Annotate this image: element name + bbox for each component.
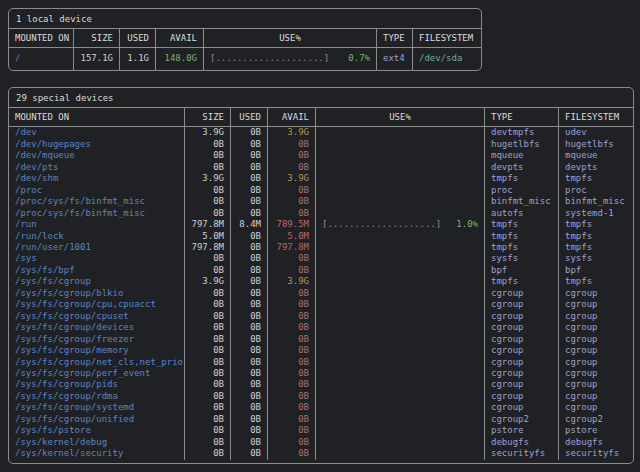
fs-row: /sys/fs/cgroup/pids0B0B0Bcgroupcgroup [9,379,633,390]
cell-used: 0B [231,357,268,368]
cell-mounted-on: /dev/shm [9,173,185,184]
fs-row: /sys/kernel/debug0B0B0Bdebugfsdebugfs [9,437,633,448]
cell-avail: 0B [268,334,316,345]
cell-size: 0B [185,334,231,345]
cell-size: 0B [185,391,231,402]
cell-avail: 3.9G [268,127,316,138]
cell-filesystem: pstore [559,425,633,436]
cell-filesystem: cgroup2 [559,414,633,425]
column-header-filesystem: FILESYSTEM [559,108,633,127]
cell-use-percent [316,265,485,276]
cell-type: debugfs [485,437,559,448]
cell-type: cgroup [485,357,559,368]
fs-row: /run/lock5.0M0B5.0Mtmpfstmpfs [9,231,633,242]
cell-mounted-on: /proc [9,185,185,196]
cell-use-percent [316,185,485,196]
cell-type: tmpfs [485,276,559,287]
cell-mounted-on: /dev/mqueue [9,150,185,161]
cell-type: cgroup [485,345,559,356]
cell-use-percent [316,253,485,264]
cell-use-percent [316,368,485,379]
cell-avail: 0B [268,288,316,299]
cell-size: 0B [185,437,231,448]
cell-use-percent [316,288,485,299]
cell-avail: 0B [268,185,316,196]
cell-filesystem: cgroup [559,334,633,345]
cell-mounted-on: /run [9,219,185,230]
local-devices-table: 1 local device MOUNTED ONSIZEUSEDAVAILUS… [8,8,482,71]
cell-filesystem: tmpfs [559,276,633,287]
cell-filesystem: bpf [559,265,633,276]
cell-use-percent [316,379,485,390]
fs-row: /sys/fs/cgroup/blkio0B0B0Bcgroupcgroup [9,288,633,299]
cell-used: 0B [231,150,268,161]
cell-type: devpts [485,162,559,173]
cell-mounted-on: /sys/kernel/security [9,448,185,459]
local-devices-header-row: MOUNTED ONSIZEUSEDAVAILUSE%TYPEFILESYSTE… [9,29,481,48]
cell-filesystem: hugetlbfs [559,139,633,150]
fs-row: /proc/sys/fs/binfmt_misc0B0B0Bbinfmt_mis… [9,196,633,207]
cell-filesystem: cgroup [559,402,633,413]
cell-use-percent: [....................]1.0% [316,219,485,230]
cell-avail: 797.8M [268,242,316,253]
cell-type: cgroup2 [485,414,559,425]
column-header-used: USED [231,108,268,127]
cell-avail: 0B [268,150,316,161]
cell-filesystem: cgroup [559,322,633,333]
cell-type: tmpfs [485,242,559,253]
fs-row: /dev/mqueue0B0B0Bmqueuemqueue [9,150,633,161]
cell-size: 157.1G [74,48,120,70]
cell-type: cgroup [485,322,559,333]
local-devices-table-title: 1 local device [9,9,481,29]
cell-type: sysfs [485,253,559,264]
usage-bar: [....................] [322,219,441,230]
cell-filesystem: proc [559,185,633,196]
special-devices-table-body: /dev3.9G0B3.9Gdevtmpfsudev/dev/hugepages… [9,127,633,462]
fs-row: /sys0B0B0Bsysfssysfs [9,253,633,264]
cell-use-percent [316,334,485,345]
cell-mounted-on: /sys/fs/cgroup/unified [9,414,185,425]
column-header-use: USE% [316,108,485,127]
cell-use-percent [316,448,485,459]
cell-avail: 0B [268,253,316,264]
cell-avail: 0B [268,299,316,310]
cell-used: 0B [231,437,268,448]
cell-type: cgroup [485,368,559,379]
cell-avail: 0B [268,425,316,436]
cell-avail: 0B [268,322,316,333]
cell-type: cgroup [485,391,559,402]
cell-used: 0B [231,322,268,333]
cell-used: 0B [231,311,268,322]
fs-row: /sys/fs/cgroup/devices0B0B0Bcgroupcgroup [9,322,633,333]
cell-mounted-on: /sys/fs/cgroup/devices [9,322,185,333]
cell-used: 0B [231,368,268,379]
cell-type: hugetlbfs [485,139,559,150]
terminal-output: 1 local device MOUNTED ONSIZEUSEDAVAILUS… [0,0,640,472]
cell-avail: 148.0G [156,48,204,70]
fs-row: /sys/fs/cgroup/rdma0B0B0Bcgroupcgroup [9,391,633,402]
cell-size: 0B [185,402,231,413]
fs-row: /sys/fs/cgroup/cpu,cpuacct0B0B0Bcgroupcg… [9,299,633,310]
cell-used: 1.1G [120,48,156,70]
cell-used: 0B [231,127,268,138]
cell-type: cgroup [485,379,559,390]
cell-type: binfmt_misc [485,196,559,207]
cell-mounted-on: /dev/pts [9,162,185,173]
cell-type: cgroup [485,334,559,345]
cell-size: 3.9G [185,173,231,184]
cell-use-percent [316,299,485,310]
cell-size: 0B [185,208,231,219]
cell-use-percent: [....................]0.7% [204,48,377,70]
cell-type: cgroup [485,311,559,322]
fs-row: /dev/hugepages0B0B0Bhugetlbfshugetlbfs [9,139,633,150]
cell-type: mqueue [485,150,559,161]
cell-size: 0B [185,379,231,390]
cell-size: 0B [185,185,231,196]
cell-use-percent [316,311,485,322]
cell-type: pstore [485,425,559,436]
cell-mounted-on: /sys/fs/cgroup/freezer [9,334,185,345]
cell-used: 0B [231,391,268,402]
fs-row: /dev3.9G0B3.9Gdevtmpfsudev [9,127,633,138]
cell-used: 0B [231,334,268,345]
fs-row: /sys/fs/cgroup/systemd0B0B0Bcgroupcgroup [9,402,633,413]
